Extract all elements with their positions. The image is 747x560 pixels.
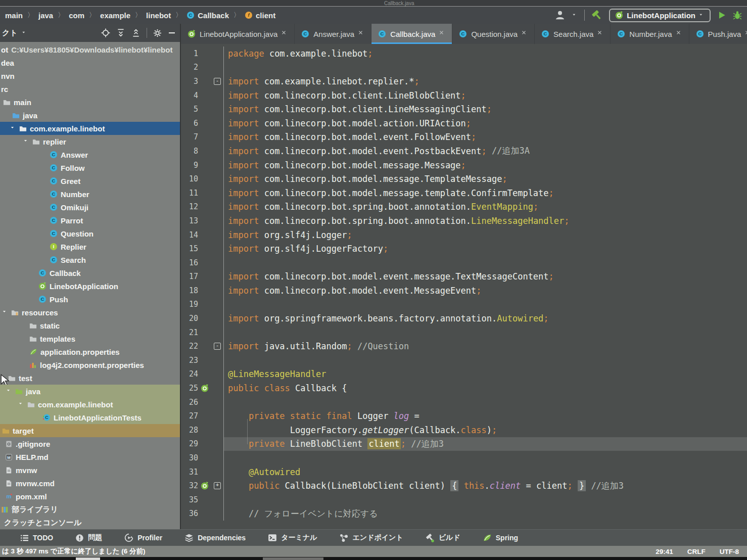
tree-item-templates[interactable]: templates (0, 332, 180, 345)
tree-item-callback[interactable]: CCallback (0, 266, 180, 279)
tab-number-java[interactable]: CNumber.java (611, 24, 689, 44)
tool-window-bar: TODO問題ProfilerDependenciesターミナルエンドポイントビル… (0, 529, 747, 546)
tree-item-omikuji[interactable]: COmikuji (0, 201, 180, 214)
tree-item-com-example-linebot[interactable]: com.example.linebot (0, 122, 180, 135)
toolwindow-dependencies[interactable]: Dependencies (184, 533, 246, 542)
chevron-down-icon[interactable] (10, 125, 16, 131)
collapse-all-icon[interactable] (131, 28, 141, 37)
gear-icon[interactable] (153, 29, 162, 37)
svg-text:C: C (41, 270, 44, 275)
close-icon[interactable] (522, 30, 528, 38)
run-button[interactable] (717, 11, 726, 20)
toolwindow-profiler[interactable]: Profiler (124, 533, 162, 542)
line-ending[interactable]: CRLF (687, 548, 706, 555)
breadcrumb-item-main[interactable]: main (5, 11, 23, 20)
toolwindow-問題[interactable]: 問題 (75, 533, 102, 542)
toolwindow-todo[interactable]: TODO (20, 534, 53, 542)
tree-item-parrot[interactable]: CParrot (0, 214, 180, 227)
tree-item-main[interactable]: main (0, 96, 180, 109)
tree-item-replier[interactable]: replier (0, 135, 180, 148)
tab-linebotapplication-java[interactable]: LinebotApplication.java (181, 24, 295, 44)
tree-item-target[interactable]: target (0, 424, 180, 437)
chevron-down-icon[interactable] (2, 309, 8, 315)
tab-question-java[interactable]: CQuestion.java (452, 24, 535, 44)
breadcrumb-item-example[interactable]: example (100, 11, 130, 20)
tree-item-rc[interactable]: rc (0, 82, 180, 96)
tree-item--gitignore[interactable]: .gitignore (0, 437, 180, 450)
tree-item-java[interactable]: java (0, 109, 180, 122)
breadcrumb-item-client[interactable]: fclient (245, 11, 275, 20)
tree-item-static[interactable]: static (0, 319, 180, 332)
tree-item-pom-xml[interactable]: mpom.xml (0, 490, 180, 503)
profiler-icon (124, 533, 133, 542)
toolwindow-spring[interactable]: Spring (483, 533, 518, 542)
expand-all-icon[interactable] (116, 28, 125, 37)
hide-panel-icon[interactable] (168, 29, 176, 37)
chevron-down-icon[interactable] (23, 138, 29, 145)
tree-item-application-properties[interactable]: application.properties (0, 345, 180, 358)
tree-item-replier[interactable]: IReplier (0, 240, 180, 253)
chevron-down-icon[interactable] (18, 401, 24, 407)
chevron-down-icon[interactable] (6, 388, 12, 394)
toolwindow-エンドポイント[interactable]: エンドポイント (339, 533, 403, 542)
code-line: 17import com.linecorp.bot.model.event.me… (181, 270, 747, 284)
tree-item-path: C:¥Users¥81805¥Downloads¥linebot¥linebot (11, 45, 172, 54)
debug-button[interactable] (733, 11, 742, 20)
tab-search-java[interactable]: CSearch.java (535, 24, 611, 44)
close-icon[interactable] (676, 30, 682, 38)
chevron-down-icon[interactable] (572, 13, 578, 18)
build-hammer-icon[interactable] (591, 10, 602, 21)
tree-item-ot[interactable]: ot C:¥Users¥81805¥Downloads¥linebot¥line… (0, 43, 180, 56)
tree-item-java[interactable]: java (0, 385, 180, 398)
tree-item-search[interactable]: CSearch (0, 253, 180, 266)
close-icon[interactable] (282, 30, 288, 38)
close-icon[interactable] (597, 30, 603, 38)
tree-item-answer[interactable]: CAnswer (0, 148, 180, 161)
file-encoding[interactable]: UTF-8 (720, 548, 739, 555)
tree-item-number[interactable]: CNumber (0, 188, 180, 201)
tree-item-greet[interactable]: CGreet (0, 174, 180, 188)
tree-item-test[interactable]: test (0, 371, 180, 385)
tree-item-linebotapplication[interactable]: LinebotApplication (0, 279, 180, 293)
run-configuration-select[interactable]: LinebotApplication (609, 9, 711, 22)
code-line-text (224, 298, 747, 312)
tree-item-log4j2-component-properties[interactable]: log4j2.component.properties (0, 358, 180, 371)
tree-item--[interactable]: 部ライブラリ (0, 503, 180, 516)
error-icon (75, 534, 84, 542)
tab-callback-java[interactable]: CCallback.java (371, 24, 452, 44)
locate-file-icon[interactable] (101, 28, 110, 37)
tree-item--[interactable]: クラッチとコンソール (0, 516, 180, 529)
tree-item-com-example-linebot[interactable]: com.example.linebot (0, 398, 180, 411)
line-number: 12 (183, 202, 198, 211)
tree-item-follow[interactable]: CFollow (0, 161, 180, 174)
tree-item-help-md[interactable]: MHELP.md (0, 450, 180, 463)
close-icon[interactable] (439, 30, 445, 38)
close-icon[interactable] (745, 30, 747, 38)
project-panel-title[interactable]: クト (2, 28, 27, 38)
toolwindow-ビルド[interactable]: ビルド (426, 533, 460, 542)
code-line: 8import com.linecorp.bot.model.event.Pos… (181, 144, 747, 158)
toolwindow-ターミナル[interactable]: ターミナル (268, 533, 317, 542)
tree-item-resources[interactable]: resources (0, 306, 180, 319)
breadcrumb-item-callback[interactable]: CCallback (186, 11, 229, 20)
fold-expand-icon[interactable]: + (214, 482, 221, 489)
tree-item-nvn[interactable]: nvn (0, 69, 180, 82)
caret-position[interactable]: 29:41 (656, 548, 673, 555)
breadcrumb-item-java[interactable]: java (38, 11, 53, 20)
folder-icon (3, 99, 11, 106)
fold-collapse-icon[interactable]: - (214, 343, 221, 350)
tab-answer-java[interactable]: CAnswer.java (295, 24, 371, 44)
close-icon[interactable] (358, 30, 364, 38)
tree-item-question[interactable]: CQuestion (0, 227, 180, 240)
tree-item-push[interactable]: CPush (0, 293, 180, 306)
tree-item-linebotapplicationtests[interactable]: CLinebotApplicationTests (0, 411, 180, 424)
tab-push-java[interactable]: CPush.java (689, 24, 747, 44)
tree-item-dea[interactable]: dea (0, 56, 180, 69)
user-icon[interactable] (554, 10, 566, 20)
tree-item-mvnw[interactable]: mvnw (0, 463, 180, 477)
code-editor[interactable]: 1package com.example.linebot;23-import c… (181, 44, 747, 529)
breadcrumb-item-linebot[interactable]: linebot (146, 11, 171, 20)
tree-item-mvnw-cmd[interactable]: mvnw.cmd (0, 477, 180, 490)
fold-collapse-icon[interactable]: - (214, 78, 221, 85)
breadcrumb-item-com[interactable]: com (69, 11, 84, 20)
